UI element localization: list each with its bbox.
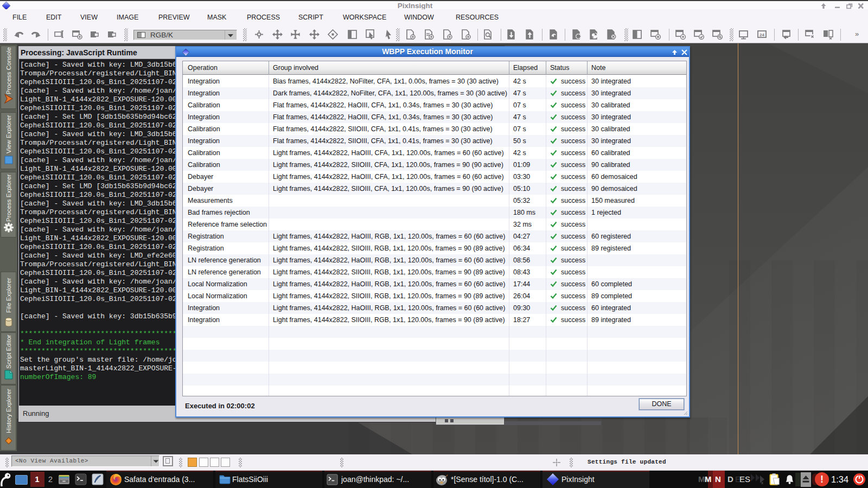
svg-text:24: 24 [760,33,764,37]
svg-text:x: x [761,480,763,485]
